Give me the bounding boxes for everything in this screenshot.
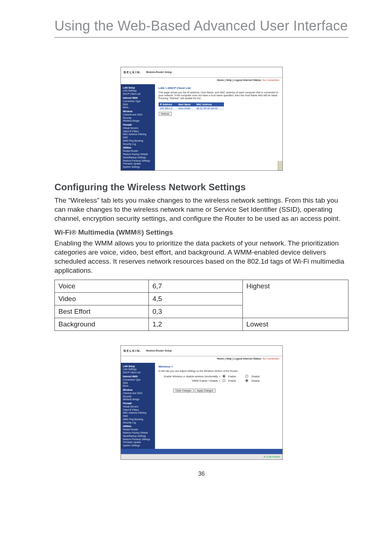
title-divider	[54, 37, 348, 38]
cell-name: Background	[55, 318, 149, 330]
subsection-heading: Wi-Fi® Multimedia (WMM®) Settings	[54, 228, 348, 236]
section-heading: Configuring the Wireless Network Setting…	[54, 182, 348, 193]
browser-statusbar: ✔ Local intranet	[121, 454, 282, 459]
subsection-paragraph: Enabling the WMM allows you to prioritiz…	[54, 239, 348, 275]
radio-wmm-enable[interactable]	[222, 379, 225, 382]
cell-name: Video	[55, 292, 149, 305]
bottom-bluebar	[121, 449, 282, 454]
clear-changes-button[interactable]: Clear Changes	[173, 389, 194, 393]
col-host: Host Name	[177, 102, 195, 106]
col-ip: IP Address	[159, 102, 177, 106]
section-paragraph: The “Wireless” tab lets you make changes…	[54, 196, 348, 223]
setup-title: Modem-Router Setup	[146, 349, 172, 352]
page-number: 36	[54, 471, 348, 477]
cell-tags: 6,7	[148, 280, 242, 292]
radio-wmm-disable[interactable]	[245, 379, 248, 382]
apply-changes-button[interactable]: Apply Changes	[195, 389, 216, 393]
cell-priority-high: Highest	[242, 280, 348, 318]
breadcrumb: Wireless >	[159, 365, 279, 368]
radio-enable-wireless[interactable]	[222, 375, 225, 378]
brand-logo: BELKIN.	[124, 70, 142, 74]
dhcp-table: IP Address Host Name MAC Address 192.168…	[159, 102, 224, 110]
cell-priority-low: Lowest	[242, 318, 348, 330]
page-title: Using the Web-Based Advanced User Interf…	[54, 18, 348, 34]
table-row: 192.168.2.2 John-Smith 00-1C-DF-6F-A4-F6	[159, 106, 224, 110]
connection-status: No Connection	[262, 357, 279, 360]
cell-name: Best Effort	[55, 305, 149, 318]
setup-title: Modem-Router Setup	[146, 71, 172, 73]
breadcrumb: LAN > DHCP Client List	[159, 86, 279, 90]
connection-status: No Connection	[262, 79, 279, 81]
cell-tags: 1,2	[148, 318, 242, 330]
priority-table: Voice 6,7 Highest Video 4,5 Best Effort …	[54, 280, 348, 331]
intranet-zone-label: Local intranet	[266, 455, 280, 458]
radio-disable-wireless[interactable]	[245, 375, 248, 378]
screenshot-dhcp-client-list: BELKIN. Modem-Router Setup Home | Help |…	[121, 67, 283, 171]
table-row: Background 1,2 Lowest	[55, 318, 348, 330]
refresh-button[interactable]: Refresh	[159, 112, 172, 116]
enable-wireless-label: Enable Wireless or disable wireless func…	[159, 375, 220, 378]
sidebar-nav: LAN Setup LAN Settings DHCP Client List …	[121, 363, 155, 449]
page-description: In this tab you can adjust settings to t…	[159, 370, 279, 373]
cell-tags: 4,5	[148, 292, 242, 305]
scrollbar-corner	[278, 161, 282, 170]
header-links: Home | Help | Logout Internet Status: No…	[217, 79, 279, 81]
header-links: Home | Help | Logout Internet Status: No…	[217, 357, 279, 360]
screenshot-wireless-settings: BELKIN. Modem-Router Setup Home | Help |…	[121, 345, 283, 460]
wmm-enable-label: WMM Enable / Disable >	[159, 380, 220, 382]
sidebar-nav: LAN Setup LAN Settings DHCP Client List …	[121, 84, 155, 170]
table-row: Voice 6,7 Highest	[55, 280, 348, 292]
cell-name: Voice	[55, 280, 149, 292]
brand-logo: BELKIN.	[124, 349, 142, 353]
page-description: This page shows you the IP address, Host…	[159, 91, 279, 100]
cell-tags: 0,3	[148, 305, 242, 318]
col-mac: MAC Address	[195, 102, 224, 106]
